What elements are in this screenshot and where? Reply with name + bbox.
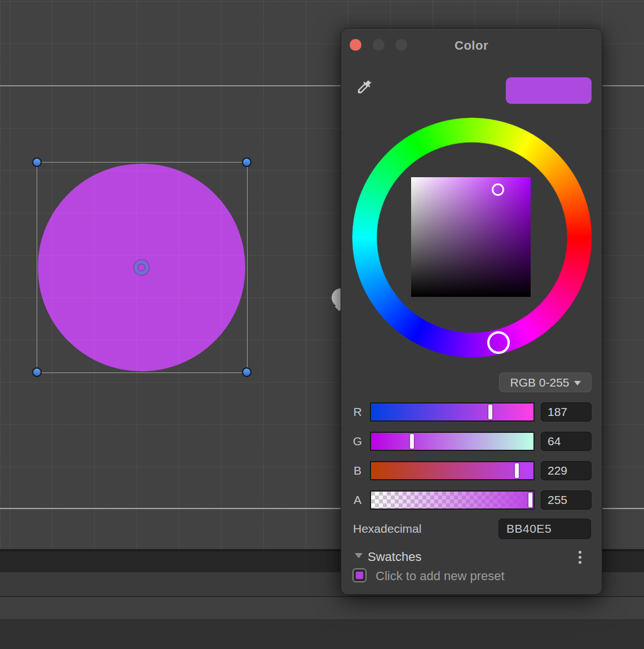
alpha-slider-thumb[interactable] (528, 493, 532, 507)
swatches-header[interactable]: Swatches (368, 549, 421, 565)
red-slider-gradient (371, 404, 533, 420)
blue-channel-label: B (349, 461, 366, 480)
selection-handle-top-left[interactable] (32, 157, 42, 167)
blue-slider-gradient (371, 462, 533, 479)
color-window: Color RGB 0-255 R 187 G 64 B 229 A 255 (341, 28, 602, 595)
green-slider-gradient (371, 433, 533, 450)
green-value-field[interactable]: 64 (541, 432, 592, 451)
alpha-value-field[interactable]: 255 (541, 490, 592, 510)
alpha-slider[interactable] (370, 490, 535, 510)
selection-handle-bottom-left[interactable] (32, 367, 42, 377)
blue-slider-thumb[interactable] (515, 463, 519, 478)
selection-handle-bottom-right[interactable] (242, 367, 252, 377)
preset-swatch-color (356, 572, 363, 579)
hexadecimal-label: Hexadecimal (353, 519, 421, 539)
chevron-down-icon (574, 381, 581, 385)
preset-swatch-icon[interactable] (352, 568, 367, 582)
color-mode-label: RGB 0-255 (510, 376, 569, 389)
swatches-disclosure-triangle-icon[interactable] (355, 553, 363, 558)
red-slider[interactable] (370, 402, 535, 422)
alpha-slider-gradient (371, 492, 533, 508)
hexadecimal-field[interactable]: BB40E5 (499, 519, 591, 539)
blue-slider[interactable] (370, 461, 535, 480)
hue-wheel-indicator[interactable] (487, 331, 510, 354)
red-channel-label: R (349, 402, 366, 422)
pivot-gizmo[interactable] (134, 260, 149, 275)
green-channel-label: G (349, 432, 366, 451)
panel-strip-bottom (0, 619, 644, 649)
add-preset-row[interactable]: Click to add new preset (352, 568, 589, 585)
window-titlebar[interactable]: Color (341, 29, 602, 60)
saturation-value-indicator[interactable] (492, 183, 504, 196)
selection-handle-top-right[interactable] (242, 157, 252, 167)
saturation-value-square[interactable] (411, 177, 531, 297)
green-slider-thumb[interactable] (410, 434, 414, 449)
red-value-field[interactable]: 187 (541, 402, 592, 422)
eyedropper-icon[interactable] (356, 78, 373, 95)
red-slider-thumb[interactable] (488, 405, 492, 419)
window-title: Color (341, 38, 602, 53)
panel-strip-light (0, 597, 644, 619)
current-color-swatch (506, 77, 592, 104)
kebab-menu-icon[interactable] (575, 551, 584, 567)
alpha-channel-label: A (349, 490, 366, 510)
add-preset-hint: Click to add new preset (376, 568, 505, 585)
color-mode-dropdown[interactable]: RGB 0-255 (499, 372, 592, 392)
blue-value-field[interactable]: 229 (541, 461, 592, 480)
green-slider[interactable] (370, 432, 535, 451)
